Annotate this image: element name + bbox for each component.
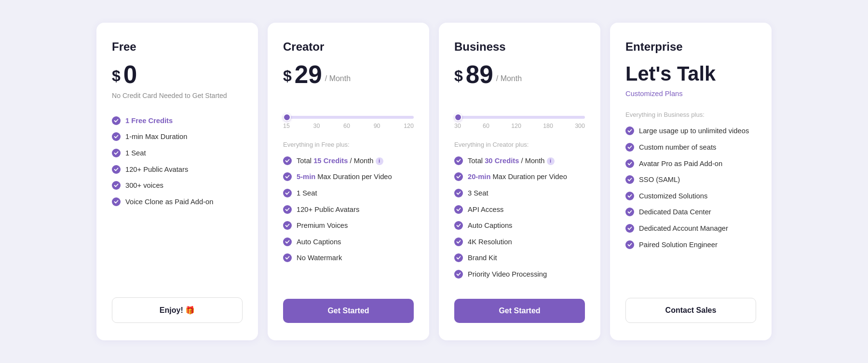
feature-text: Customized Solutions (639, 191, 707, 201)
slider-labels: 3060120180300 (454, 123, 585, 129)
price-dollar-sign: $ (112, 65, 121, 87)
feature-highlight: 5-min (297, 173, 315, 181)
feature-text: Brand Kit (468, 253, 497, 263)
features-list-free: 1 Free Credits1-min Max Duration1 Seat12… (112, 116, 243, 284)
section-label-enterprise: Everything in Business plus: (625, 111, 756, 118)
check-icon (454, 270, 463, 279)
feature-text: 20-min Max Duration per Video (468, 172, 567, 182)
cta-button-enterprise[interactable]: Contact Sales (625, 298, 756, 323)
features-list-business: Total 30 Credits / Monthi20-min Max Dura… (454, 156, 585, 286)
feature-item: Voice Clone as Paid Add-on (112, 197, 243, 207)
feature-item: No Watermark (283, 253, 414, 263)
price-note-business (454, 92, 585, 102)
check-icon (283, 221, 292, 230)
feature-item: 1-min Max Duration (112, 132, 243, 142)
feature-text: No Watermark (297, 253, 342, 263)
check-icon (112, 116, 121, 125)
check-icon (112, 132, 121, 141)
price-dollar-sign: $ (454, 65, 463, 87)
feature-item: Priority Video Processing (454, 269, 585, 279)
slider-label: 30 (313, 123, 320, 129)
slider-thumb[interactable] (454, 113, 462, 121)
check-icon (454, 253, 463, 262)
price-note-creator (283, 92, 414, 102)
feature-item: Customized Solutions (625, 191, 756, 201)
feature-text: Dedicated Account Manager (639, 223, 728, 234)
customized-plans-label: Customized Plans (625, 90, 756, 98)
check-icon (112, 181, 121, 190)
feature-highlight: 1 Free Credits (125, 117, 173, 125)
check-icon (283, 189, 292, 197)
section-label-creator: Everything in Free plus: (283, 141, 414, 148)
check-icon (454, 237, 463, 246)
price-amount: 29 (295, 62, 322, 87)
slider-track (283, 116, 414, 119)
features-list-enterprise: Large usage up to unlimited videosCustom… (625, 126, 756, 284)
check-icon (283, 156, 292, 165)
check-icon (625, 175, 634, 184)
feature-item: 4K Resolution (454, 237, 585, 247)
lets-talk-heading: Let's Talk (625, 62, 756, 85)
feature-text: 5-min Max Duration per Video (297, 172, 392, 182)
feature-text: Auto Captions (297, 237, 341, 247)
slider-track (454, 116, 585, 119)
feature-item: 1 Seat (283, 188, 414, 198)
check-icon (625, 126, 634, 135)
feature-item: Dedicated Data Center (625, 207, 756, 217)
plan-name-business: Business (454, 40, 585, 54)
feature-text: Custom number of seats (639, 142, 716, 153)
feature-text: 120+ Public Avatars (297, 205, 359, 215)
slider-label: 60 (483, 123, 489, 129)
feature-text: 120+ Public Avatars (125, 165, 188, 175)
feature-item: Avatar Pro as Paid Add-on (625, 159, 756, 169)
feature-text: 4K Resolution (468, 237, 512, 247)
slider-label: 120 (404, 123, 414, 129)
cta-button-business[interactable]: Get Started (454, 299, 585, 323)
feature-text: Voice Clone as Paid Add-on (125, 197, 213, 207)
feature-text: Priority Video Processing (468, 269, 547, 279)
feature-item: Paired Solution Engineer (625, 240, 756, 250)
plan-card-enterprise: EnterpriseLet's TalkCustomized PlansEver… (610, 23, 772, 341)
check-icon (625, 143, 634, 152)
feature-item: API Access (454, 205, 585, 215)
feature-item: 300+ voices (112, 181, 243, 191)
feature-text: Dedicated Data Center (639, 207, 711, 217)
slider-label: 300 (575, 123, 585, 129)
slider-creator[interactable]: 15306090120 (283, 116, 414, 129)
slider-label: 180 (543, 123, 553, 129)
cta-button-creator[interactable]: Get Started (283, 299, 414, 323)
check-icon (625, 192, 634, 200)
feature-item: Premium Voices (283, 221, 414, 231)
check-icon (112, 149, 121, 157)
feature-item: Auto Captions (283, 237, 414, 247)
feature-highlight: 15 Credits (313, 157, 348, 165)
check-icon (112, 165, 121, 174)
feature-text: 1-min Max Duration (125, 132, 187, 142)
plan-card-creator: Creator$29/ Month15306090120Everything i… (268, 23, 429, 341)
feature-text: Large usage up to unlimited videos (639, 126, 749, 136)
price-amount: 89 (466, 62, 493, 87)
feature-item: Large usage up to unlimited videos (625, 126, 756, 136)
slider-thumb[interactable] (283, 113, 291, 121)
plan-name-free: Free (112, 40, 243, 54)
check-icon (454, 221, 463, 230)
price-period: / Month (496, 74, 522, 83)
plan-name-enterprise: Enterprise (625, 40, 756, 54)
cta-button-free[interactable]: Enjoy! 🎁 (112, 297, 243, 323)
info-icon[interactable]: i (547, 157, 555, 165)
slider-label: 120 (511, 123, 521, 129)
check-icon (283, 205, 292, 214)
slider-business[interactable]: 3060120180300 (454, 116, 585, 129)
price-note-free: No Credit Card Needed to Get Started (112, 92, 243, 102)
feature-text: Auto Captions (468, 221, 512, 231)
plan-card-business: Business$89/ Month3060120180300Everythin… (439, 23, 600, 341)
feature-item: Brand Kit (454, 253, 585, 263)
plan-card-free: Free$0No Credit Card Needed to Get Start… (96, 23, 258, 341)
feature-item: 20-min Max Duration per Video (454, 172, 585, 182)
feature-text: SSO (SAML) (639, 175, 680, 185)
feature-text: 3 Seat (468, 188, 488, 198)
check-icon (283, 253, 292, 262)
feature-item: 1 Free Credits (112, 116, 243, 126)
info-icon[interactable]: i (376, 157, 383, 165)
check-icon (454, 156, 463, 165)
